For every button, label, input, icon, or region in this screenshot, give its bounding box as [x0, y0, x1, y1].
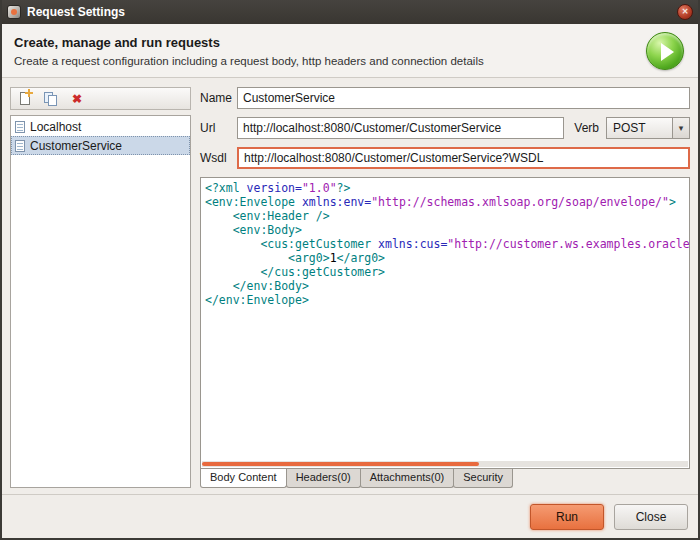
main-content: ✖ LocalhostCustomerService Name Url Verb… [2, 78, 698, 494]
xml-editor[interactable]: <?xml version="1.0"?><env:Envelope xmlns… [200, 177, 690, 469]
request-icon [15, 121, 25, 133]
tab-attachments-0[interactable]: Attachments(0) [360, 469, 455, 488]
delete-request-button[interactable]: ✖ [68, 90, 86, 108]
wsdl-input[interactable] [237, 147, 690, 169]
titlebar: Request Settings ✕ [2, 0, 698, 24]
verb-label: Verb [574, 121, 599, 135]
code-line: <env:Header /> [205, 209, 689, 223]
wsdl-row: Wsdl [200, 147, 690, 169]
plus-icon [25, 89, 33, 97]
copy-icon [44, 92, 58, 106]
wsdl-label: Wsdl [200, 151, 237, 165]
verb-dropdown-button[interactable]: ▾ [672, 118, 689, 138]
header: Create, manage and run requests Create a… [2, 24, 698, 78]
close-button[interactable]: Close [614, 504, 688, 530]
tab-headers-0[interactable]: Headers(0) [286, 469, 361, 488]
request-icon [15, 140, 25, 152]
right-panel: Name Url Verb POST ▾ Wsdl <?xml ve [200, 87, 690, 488]
footer: Run Close [2, 494, 698, 538]
scrollbar-thumb[interactable] [202, 462, 479, 466]
code-line: </env:Envelope> [205, 293, 689, 307]
header-text: Create, manage and run requests Create a… [14, 35, 646, 67]
request-list: LocalhostCustomerService [10, 115, 191, 488]
list-item-customerservice[interactable]: CustomerService [11, 136, 190, 155]
run-button[interactable]: Run [530, 504, 604, 530]
verb-select[interactable]: POST ▾ [606, 117, 690, 139]
code-line: <arg0>1</arg0> [205, 251, 689, 265]
xml-editor-content: <?xml version="1.0"?><env:Envelope xmlns… [201, 178, 689, 307]
code-line: <?xml version="1.0"?> [205, 181, 689, 195]
tab-body-content[interactable]: Body Content [200, 469, 287, 488]
url-row: Url Verb POST ▾ [200, 117, 690, 139]
page-subtitle: Create a request configuration including… [14, 55, 646, 67]
name-label: Name [200, 91, 237, 105]
play-icon [661, 43, 674, 61]
close-icon: ✕ [682, 8, 689, 16]
chevron-down-icon: ▾ [679, 123, 684, 133]
app-icon [7, 5, 21, 19]
code-line: </env:Body> [205, 279, 689, 293]
verb-value: POST [607, 121, 672, 135]
code-line: <env:Body> [205, 223, 689, 237]
editor-horizontal-scrollbar[interactable] [202, 461, 688, 467]
code-line: </cus:getCustomer> [205, 265, 689, 279]
new-request-button[interactable] [16, 90, 34, 108]
list-item-localhost[interactable]: Localhost [11, 117, 190, 136]
tab-security[interactable]: Security [453, 469, 513, 488]
window-title: Request Settings [27, 5, 671, 19]
tab-bar: Body ContentHeaders(0)Attachments(0)Secu… [200, 469, 690, 488]
close-window-button[interactable]: ✕ [677, 4, 693, 20]
delete-icon: ✖ [72, 93, 82, 105]
new-request-icon [20, 92, 30, 105]
copy-request-button[interactable] [42, 90, 60, 108]
url-label: Url [200, 121, 237, 135]
page-title: Create, manage and run requests [14, 35, 646, 50]
name-input[interactable] [237, 87, 690, 109]
request-settings-window: Request Settings ✕ Create, manage and ru… [0, 0, 700, 540]
list-item-label: CustomerService [30, 139, 122, 153]
list-item-label: Localhost [30, 120, 81, 134]
url-input[interactable] [237, 117, 564, 139]
code-line: <env:Envelope xmlns:env="http://schemas.… [205, 195, 689, 209]
left-panel: ✖ LocalhostCustomerService [10, 87, 191, 488]
code-line: <cus:getCustomer xmlns:cus="http://custo… [205, 237, 689, 251]
run-play-button[interactable] [646, 32, 684, 70]
request-list-toolbar: ✖ [10, 87, 191, 110]
name-row: Name [200, 87, 690, 109]
